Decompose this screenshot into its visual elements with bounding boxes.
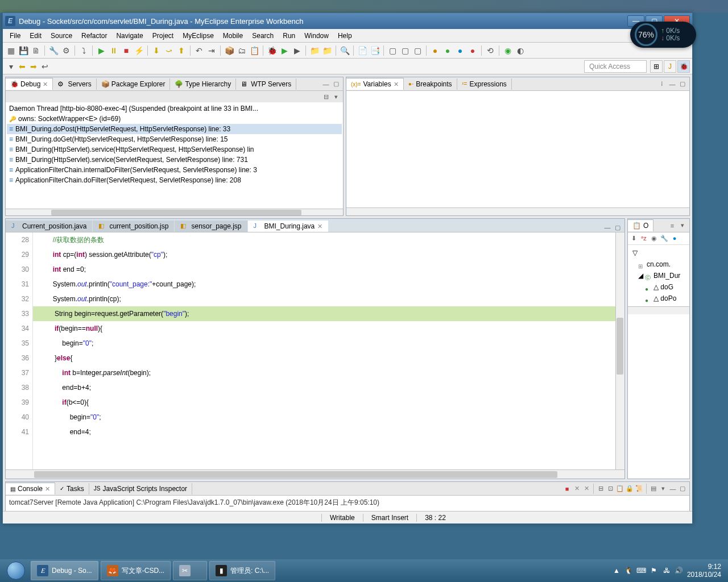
debug-icon[interactable]: 🐞 xyxy=(266,45,278,56)
network-monitor-widget[interactable]: 76% ↑ 0K/s ↓ 0K/s xyxy=(630,22,696,48)
menu-window[interactable]: Window xyxy=(300,30,333,41)
hide-fields-icon[interactable]: ◉ xyxy=(650,234,659,243)
debug-stack[interactable]: Daemon Thread [http-bio-8080-exec-4] (Su… xyxy=(6,102,343,209)
perspective-open-icon[interactable]: ⊞ xyxy=(650,60,663,73)
tool-icon[interactable]: 📄 xyxy=(357,45,368,56)
gear-icon[interactable]: ⚙ xyxy=(60,45,72,56)
console-tool-icon[interactable]: 🔒 xyxy=(625,484,634,493)
tab-javascript-scripts-inspector[interactable]: JS JavaScript Scripts Inspector xyxy=(89,483,192,494)
new-icon[interactable]: ▦ xyxy=(5,45,16,56)
tab-tasks[interactable]: ✓ Tasks xyxy=(55,483,89,494)
maximize-view-icon[interactable]: ▢ xyxy=(332,80,341,89)
tool-icon[interactable]: 📋 xyxy=(249,45,260,56)
console-tool-icon[interactable]: ▤ xyxy=(649,484,658,493)
stack-frame[interactable]: ≡ BMI_During.doPost(HttpServletRequest, … xyxy=(7,124,342,134)
skip-icon[interactable]: ⤵ xyxy=(78,45,89,56)
tab-type-hierarchy[interactable]: 🌳Type Hierarchy xyxy=(170,78,236,90)
tool-icon[interactable]: 🗂 xyxy=(236,45,247,56)
disconnect-icon[interactable]: ⚡ xyxy=(133,45,144,56)
sort-icon[interactable]: ≡ xyxy=(668,221,677,230)
menu-file[interactable]: File xyxy=(5,30,25,41)
start-button[interactable] xyxy=(2,560,30,581)
tab-console[interactable]: ▤ Console ✕ xyxy=(6,483,55,494)
tab-wtp-servers[interactable]: 🖥WTP Servers xyxy=(236,78,296,90)
console-tool-icon[interactable]: ⊟ xyxy=(596,484,605,493)
forward-icon[interactable]: ➡ xyxy=(28,61,39,72)
step-over-icon[interactable]: ⤻ xyxy=(163,45,175,56)
tool-icon[interactable]: 📁 xyxy=(321,45,333,56)
tab-close-icon[interactable]: ✕ xyxy=(394,81,399,88)
quick-access-input[interactable]: Quick Access xyxy=(584,60,647,73)
back-icon[interactable]: ⬅ xyxy=(16,61,28,72)
menu-source[interactable]: Source xyxy=(46,30,77,41)
scrollbar-horizontal[interactable] xyxy=(628,306,689,314)
scrollbar-horizontal[interactable] xyxy=(6,209,343,215)
taskbar-item[interactable]: 🦊写文章-CSD... xyxy=(101,561,171,580)
tool-icon[interactable]: ⟲ xyxy=(485,45,496,56)
stack-frame[interactable]: ≡ ApplicationFilterChain.doFilter(Servle… xyxy=(7,175,342,185)
console-tool-icon[interactable]: — xyxy=(668,484,677,493)
tool-icon[interactable]: ● xyxy=(467,45,478,56)
perspective-java-icon[interactable]: J xyxy=(664,60,676,73)
step-filter-icon[interactable]: ⇥ xyxy=(206,45,217,56)
tool-icon[interactable]: 🔧 xyxy=(48,45,59,56)
console-output[interactable]: tomcat7Server [Remote Java Application] … xyxy=(6,496,689,510)
outline-item[interactable]: ⊞ cn.com. xyxy=(630,259,687,270)
resume-icon[interactable]: ▶ xyxy=(96,45,107,56)
console-tool-icon[interactable]: ▾ xyxy=(659,484,668,493)
nav-icon[interactable]: ↩ xyxy=(39,61,51,72)
console-tool-icon[interactable]: ✕ xyxy=(572,484,581,493)
tab-variables[interactable]: (x)= Variables ✕ xyxy=(346,78,404,90)
minimize-view-icon[interactable]: — xyxy=(321,80,330,89)
view-menu-icon[interactable]: ⁞ xyxy=(657,80,667,89)
search-icon[interactable]: 🔍 xyxy=(339,45,350,56)
outline-tree[interactable]: ▽ ⊞ cn.com.◢ Ⓒ BMI_Dur ● △ doG ● △ doPo xyxy=(628,245,689,306)
hide-nonpublic-icon[interactable]: ● xyxy=(670,234,679,243)
tool-icon[interactable]: ● xyxy=(442,45,453,56)
step-into-icon[interactable]: ⬇ xyxy=(151,45,162,56)
perspective-debug-icon[interactable]: 🐞 xyxy=(677,60,690,73)
tray-flag-icon[interactable]: ⚑ xyxy=(650,566,659,575)
outline-item[interactable]: ▽ xyxy=(630,247,687,259)
hide-static-icon[interactable]: 🔧 xyxy=(660,234,669,243)
tool-icon[interactable]: ◉ xyxy=(502,45,514,56)
editor-tab[interactable]: ◧sensor_page.jsp xyxy=(175,221,247,232)
collapse-icon[interactable]: ⊟ xyxy=(321,92,330,101)
console-tool-icon[interactable]: 📜 xyxy=(635,484,644,493)
tool-icon[interactable]: ● xyxy=(429,45,441,56)
menu-myeclipse[interactable]: MyEclipse xyxy=(178,30,218,41)
taskbar-item[interactable]: 𝐸Debug - So... xyxy=(31,561,98,580)
tray-volume-icon[interactable]: 🔊 xyxy=(675,566,684,575)
tab-breakpoints[interactable]: ●◦ Breakpoints xyxy=(404,78,457,90)
system-tray[interactable]: ▲ 🐧 ⌨ ⚑ 🖧 🔊 9:12 2018/10/24 xyxy=(612,563,726,579)
console-tool-icon[interactable]: ▢ xyxy=(678,484,687,493)
menu-help[interactable]: Help xyxy=(333,30,357,41)
tab-servers[interactable]: ⚙Servers xyxy=(53,78,96,90)
stack-frame[interactable]: ≡ BMI_During(HttpServlet).service(HttpSe… xyxy=(7,144,342,155)
stack-frame[interactable]: ≡ ApplicationFilterChain.internalDoFilte… xyxy=(7,165,342,175)
owns-line[interactable]: 🔑owns: SocketWrapper<E> (id=69) xyxy=(7,114,342,124)
tab-package-explorer[interactable]: 📦Package Explorer xyxy=(97,78,171,90)
tool-icon[interactable]: ● xyxy=(454,45,466,56)
scrollbar-vertical[interactable] xyxy=(615,232,624,469)
save-icon[interactable]: 💾 xyxy=(18,45,29,56)
step-return-icon[interactable]: ⬆ xyxy=(176,45,187,56)
line-gutter[interactable]: 2829303132333435363738394041 xyxy=(6,232,33,469)
menu-project[interactable]: Project xyxy=(148,30,178,41)
tool-icon[interactable]: 📦 xyxy=(224,45,235,56)
editor-tab[interactable]: JBMI_During.java ✕ xyxy=(248,221,329,232)
menu-mobile[interactable]: Mobile xyxy=(218,30,247,41)
tab-close-icon[interactable]: ✕ xyxy=(317,223,322,230)
menu-refactor[interactable]: Refactor xyxy=(77,30,111,41)
console-tool-icon[interactable]: ✕ xyxy=(582,484,591,493)
variables-body[interactable] xyxy=(346,91,689,207)
outline-item[interactable]: ◢ Ⓒ BMI_Dur xyxy=(630,270,687,281)
menu-navigate[interactable]: Navigate xyxy=(111,30,147,41)
taskbar-clock[interactable]: 9:12 2018/10/24 xyxy=(687,563,721,579)
console-tool-icon[interactable]: 📋 xyxy=(615,484,624,493)
tray-input-icon[interactable]: ⌨ xyxy=(637,566,646,575)
titlebar[interactable]: E Debug - Socket/src/cn/com/servlet/BMI_… xyxy=(3,13,692,29)
console-tool-icon[interactable]: ■ xyxy=(562,484,572,493)
drop-frame-icon[interactable]: ↶ xyxy=(193,45,205,56)
minimize-view-icon[interactable]: — xyxy=(603,223,612,232)
